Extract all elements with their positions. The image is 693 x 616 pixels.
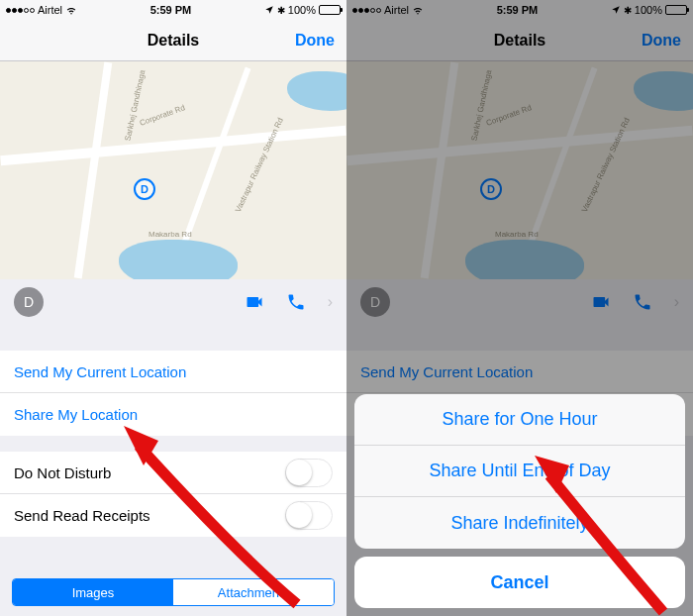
phone-left: Airtel 5:59 PM ✱ 100% Details Done Sarkh… <box>0 0 346 616</box>
battery-pct: 100% <box>288 4 316 16</box>
segmented-control[interactable]: Images Attachments <box>12 578 335 606</box>
share-indefinitely-button[interactable]: Share Indefinitely <box>354 497 685 549</box>
share-end-of-day-button[interactable]: Share Until End of Day <box>354 446 685 497</box>
location-actions-list: Send My Current Location Share My Locati… <box>0 351 346 436</box>
carrier-label: Airtel <box>38 4 62 16</box>
share-my-location-row[interactable]: Share My Location <box>0 393 346 436</box>
send-current-location-row[interactable]: Send My Current Location <box>0 351 346 393</box>
phone-icon[interactable] <box>286 292 306 312</box>
chevron-right-icon: › <box>328 293 333 311</box>
avatar: D <box>14 287 44 317</box>
map-location-pin[interactable]: D <box>134 178 155 200</box>
video-icon[interactable] <box>245 292 264 312</box>
cancel-button[interactable]: Cancel <box>354 557 685 608</box>
map-view[interactable]: Sarkhej Gandhinaga Corporate Rd Vastrapu… <box>0 61 346 279</box>
share-one-hour-button[interactable]: Share for One Hour <box>354 394 685 446</box>
dnd-toggle[interactable] <box>285 459 333 487</box>
nav-bar: Details Done <box>0 20 346 61</box>
page-title: Details <box>148 32 199 50</box>
status-time: 5:59 PM <box>150 4 192 16</box>
read-receipts-toggle[interactable] <box>285 501 333 530</box>
wifi-icon <box>65 4 77 16</box>
read-receipts-row[interactable]: Send Read Receipts <box>0 494 346 537</box>
location-arrow-icon <box>264 5 274 15</box>
share-action-sheet: Share for One Hour Share Until End of Da… <box>354 394 685 608</box>
segment-images[interactable]: Images <box>13 579 173 605</box>
done-button[interactable]: Done <box>295 32 335 50</box>
signal-dots <box>6 8 35 13</box>
segment-attachments[interactable]: Attachments <box>173 579 334 605</box>
toggles-list: Do Not Disturb Send Read Receipts <box>0 452 346 537</box>
phone-right: Airtel 5:59 PM ✱ 100% Details Done Sarkh… <box>346 0 693 616</box>
battery-icon <box>319 5 341 15</box>
dnd-row[interactable]: Do Not Disturb <box>0 452 346 494</box>
contact-row[interactable]: D › <box>0 279 346 325</box>
status-bar: Airtel 5:59 PM ✱ 100% <box>0 0 346 20</box>
